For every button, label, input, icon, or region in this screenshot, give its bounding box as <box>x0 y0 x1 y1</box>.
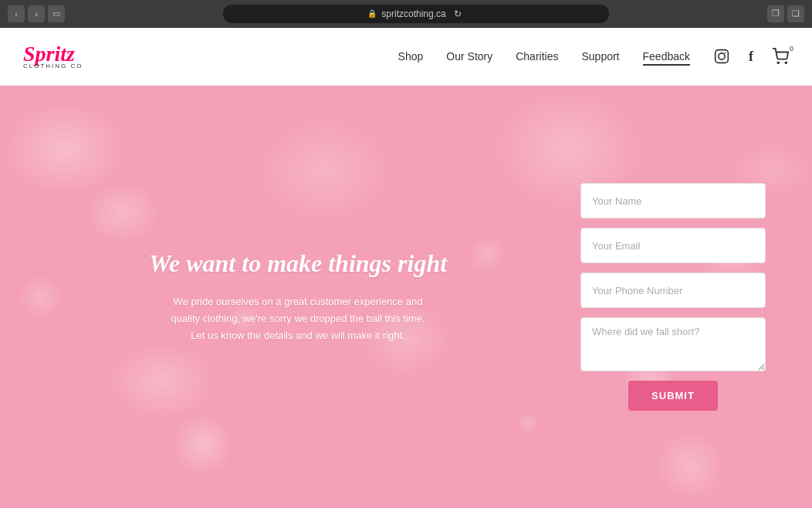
facebook-link[interactable]: f <box>743 48 760 65</box>
cart-icon <box>772 48 789 65</box>
navigation: Spritz CLOTHING CO Shop Our Story Charit… <box>0 28 812 86</box>
refresh-button[interactable]: ↻ <box>451 7 465 21</box>
name-input[interactable] <box>580 183 766 218</box>
nav-links: Shop Our Story Charities Support Feedbac… <box>398 49 690 63</box>
facebook-icon: f <box>749 49 753 65</box>
logo-subtext: CLOTHING CO <box>23 63 83 69</box>
svg-rect-0 <box>716 50 729 63</box>
hero-section: We want to make things right We pride ou… <box>0 86 812 508</box>
svg-point-3 <box>777 62 779 63</box>
reader-button[interactable]: ▭ <box>48 5 65 22</box>
hero-title: We want to make things right <box>46 249 550 278</box>
browser-nav-controls: ‹ › ▭ <box>8 5 65 22</box>
email-input[interactable] <box>580 228 766 263</box>
back-button[interactable]: ‹ <box>8 5 25 22</box>
feedback-form: SUBMIT <box>580 183 766 411</box>
phone-input[interactable] <box>580 273 766 308</box>
share-button[interactable]: ❐ <box>767 5 784 22</box>
browser-right-controls: ❐ ❏ <box>767 5 804 22</box>
instagram-icon <box>714 49 729 64</box>
lock-icon: 🔒 <box>367 9 377 18</box>
message-textarea[interactable] <box>580 317 766 371</box>
hero-text: We want to make things right We pride ou… <box>46 249 580 344</box>
nav-icons: f 0 <box>713 48 789 65</box>
website: Spritz CLOTHING CO Shop Our Story Charit… <box>0 28 812 508</box>
nav-item-feedback[interactable]: Feedback <box>643 49 690 63</box>
browser-chrome: ‹ › ▭ 🔒 spritzcothing.ca ↻ ❐ ❏ <box>0 0 812 28</box>
nav-item-charities[interactable]: Charities <box>516 49 558 63</box>
cart-link[interactable]: 0 <box>772 48 789 65</box>
nav-item-shop[interactable]: Shop <box>398 49 424 63</box>
nav-item-support[interactable]: Support <box>581 49 619 63</box>
instagram-link[interactable] <box>713 48 730 65</box>
hero-description: We pride ourselves on a great customer e… <box>46 293 550 344</box>
svg-point-1 <box>719 53 725 59</box>
svg-point-2 <box>725 52 726 54</box>
forward-button[interactable]: › <box>28 5 45 22</box>
address-bar[interactable]: 🔒 spritzcothing.ca ↻ <box>223 5 609 23</box>
logo[interactable]: Spritz CLOTHING CO <box>23 43 83 69</box>
svg-point-4 <box>785 62 787 63</box>
cart-count: 0 <box>790 45 793 52</box>
fullscreen-button[interactable]: ❏ <box>787 5 804 22</box>
nav-item-our-story[interactable]: Our Story <box>446 49 492 63</box>
url-text: spritzcothing.ca <box>381 8 445 19</box>
submit-button[interactable]: SUBMIT <box>628 381 718 411</box>
